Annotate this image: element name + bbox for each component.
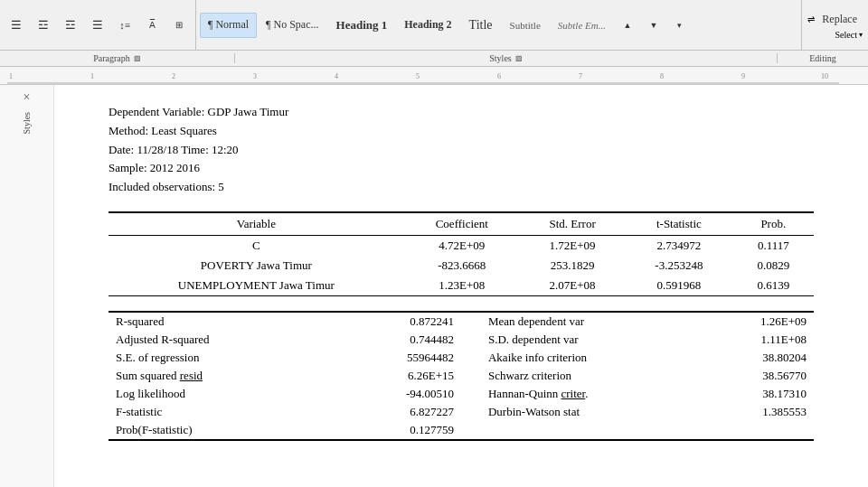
stats-row: F-statistic6.827227Durbin-Watson stat1.3…	[108, 403, 814, 421]
criter-underline: criter	[561, 387, 586, 400]
stats-left-label: R-squared	[108, 312, 335, 331]
table-row: UNEMPLOYMENT Jawa Timur 1.23E+08 2.07E+0…	[108, 276, 814, 296]
style-heading1[interactable]: Heading 1	[328, 13, 396, 38]
row-c-std: 1.72E+09	[520, 235, 625, 256]
stats-right-value: 1.26E+09	[688, 312, 814, 331]
stats-row: Log likelihood-94.00510Hannan-Quinn crit…	[108, 385, 814, 403]
sidebar: × Styles	[0, 85, 54, 487]
stats-right-value: 38.56770	[688, 367, 814, 385]
paragraph-expand-icon[interactable]: ▧	[134, 54, 141, 62]
svg-text:4: 4	[335, 72, 338, 80]
select-dropdown-icon[interactable]: ▾	[859, 31, 863, 39]
stats-right-value: 38.80204	[688, 349, 814, 367]
editing-section: ⇌ Replace Select ▾	[801, 0, 868, 50]
svg-text:6: 6	[497, 72, 501, 80]
row-c-tstat: 2.734972	[625, 235, 732, 256]
svg-text:2: 2	[172, 72, 175, 80]
meta-line-3: Date: 11/28/18 Time: 12:20	[108, 141, 814, 160]
meta-line-5: Included observations: 5	[108, 178, 814, 197]
shading-button[interactable]: A̅	[139, 13, 165, 38]
stats-row: Sum squared resid6.26E+15Schwarz criteri…	[108, 367, 814, 385]
table-header-row: Variable Coefficient Std. Error t-Statis…	[108, 212, 814, 236]
row-poverty-coef: -823.6668	[404, 256, 520, 276]
stats-left-label: Prob(F-statistic)	[108, 421, 335, 440]
style-heading2[interactable]: Heading 2	[396, 13, 459, 38]
paragraph-label: Paragraph ▧	[0, 53, 235, 63]
style-normal[interactable]: ¶ Normal	[200, 13, 257, 38]
styles-scroll-down[interactable]: ▼	[641, 13, 666, 38]
replace-icon: ⇌	[807, 14, 815, 24]
toolbar: ☰ ☲ ☲ ☰ ↕​≡ A̅ ⊞ ¶ Normal ¶ No Spac... H…	[0, 0, 868, 51]
meta-line-1: Dependent Variable: GDP Jawa Timur	[108, 103, 814, 122]
stats-row: Adjusted R-squared0.744482S.D. dependent…	[108, 331, 814, 349]
ruler-svg: // will be rendered via inline approach …	[7, 67, 839, 85]
style-subtitle[interactable]: Subtitle	[502, 13, 549, 38]
row-unemployment-var: UNEMPLOYMENT Jawa Timur	[108, 276, 404, 296]
borders-button[interactable]: ⊞	[166, 13, 192, 38]
stats-right-label: Schwarz criterion	[461, 367, 688, 385]
stats-right-label: Mean dependent var	[461, 312, 688, 331]
stats-left-value: 0.872241	[335, 312, 461, 331]
row-unemployment-tstat: 0.591968	[625, 276, 732, 296]
align-left-button[interactable]: ☰	[4, 13, 29, 38]
row-c-var: C	[108, 235, 404, 256]
svg-text:8: 8	[660, 72, 664, 80]
style-title[interactable]: Title	[461, 13, 501, 38]
svg-text:5: 5	[416, 72, 420, 80]
col-t-statistic: t-Statistic	[625, 212, 732, 236]
select-button[interactable]: Select	[835, 30, 857, 40]
stats-right-value: 38.17310	[688, 385, 814, 403]
document-meta: Dependent Variable: GDP Jawa Timur Metho…	[108, 103, 814, 197]
meta-line-4: Sample: 2012 2016	[108, 159, 814, 178]
svg-text:1: 1	[90, 72, 94, 80]
stats-left-label: Adjusted R-squared	[108, 331, 335, 349]
style-subtle-em[interactable]: Subtle Em...	[550, 13, 614, 38]
col-variable: Variable	[108, 212, 404, 236]
col-prob: Prob.	[733, 212, 814, 236]
main-area: × Styles Dependent Variable: GDP Jawa Ti…	[0, 85, 868, 487]
paragraph-controls: ☰ ☲ ☲ ☰ ↕​≡ A̅ ⊞	[0, 0, 196, 50]
stats-left-value: -94.00510	[335, 385, 461, 403]
svg-text:3: 3	[253, 72, 257, 80]
justify-button[interactable]: ☰	[85, 13, 110, 38]
row-c-prob: 0.1117	[733, 235, 814, 256]
align-right-button[interactable]: ☲	[58, 13, 83, 38]
svg-text:9: 9	[741, 72, 745, 80]
stats-left-value: 0.744482	[335, 331, 461, 349]
row-poverty-var: POVERTY Jawa Timur	[108, 256, 404, 276]
align-center-button[interactable]: ☲	[31, 13, 56, 38]
stats-row: Prob(F-statistic)0.127759	[108, 421, 814, 440]
svg-text:7: 7	[579, 72, 582, 80]
row-c-coef: 4.72E+09	[404, 235, 520, 256]
replace-button[interactable]: Replace	[816, 11, 863, 28]
stats-right-label: Durbin-Watson stat	[461, 403, 688, 421]
row-poverty-prob: 0.0829	[733, 256, 814, 276]
styles-section: ¶ Normal ¶ No Spac... Heading 1 Heading …	[196, 0, 801, 50]
col-std-error: Std. Error	[520, 212, 625, 236]
stats-left-value: 0.127759	[335, 421, 461, 440]
editing-label: Editing	[778, 53, 868, 63]
stats-right-value	[688, 421, 814, 440]
styles-expand[interactable]: ▾	[667, 13, 693, 38]
line-spacing-button[interactable]: ↕​≡	[112, 13, 137, 38]
styles-scroll-up[interactable]: ▲	[615, 13, 640, 38]
ruler: // will be rendered via inline approach …	[0, 67, 868, 85]
select-area: Select ▾	[835, 30, 863, 40]
sidebar-styles-label[interactable]: Styles	[22, 112, 32, 134]
stats-row: R-squared0.872241Mean dependent var1.26E…	[108, 312, 814, 331]
stats-left-label: S.E. of regression	[108, 349, 335, 367]
section-labels: Paragraph ▧ Styles ▧ Editing	[0, 51, 868, 67]
style-no-space[interactable]: ¶ No Spac...	[258, 13, 326, 38]
styles-expand-icon[interactable]: ▧	[515, 54, 523, 62]
stats-right-label: S.D. dependent var	[461, 331, 688, 349]
table-row: POVERTY Jawa Timur -823.6668 253.1829 -3…	[108, 256, 814, 276]
replace-area: ⇌ Replace	[807, 11, 863, 28]
sidebar-close-button[interactable]: ×	[24, 90, 31, 105]
regression-table: Variable Coefficient Std. Error t-Statis…	[108, 211, 814, 296]
stats-right-label	[461, 421, 688, 440]
row-unemployment-coef: 1.23E+08	[404, 276, 520, 296]
stats-left-value: 55964482	[335, 349, 461, 367]
stats-right-value: 1.11E+08	[688, 331, 814, 349]
svg-text:10: 10	[821, 72, 828, 80]
meta-line-2: Method: Least Squares	[108, 122, 814, 141]
